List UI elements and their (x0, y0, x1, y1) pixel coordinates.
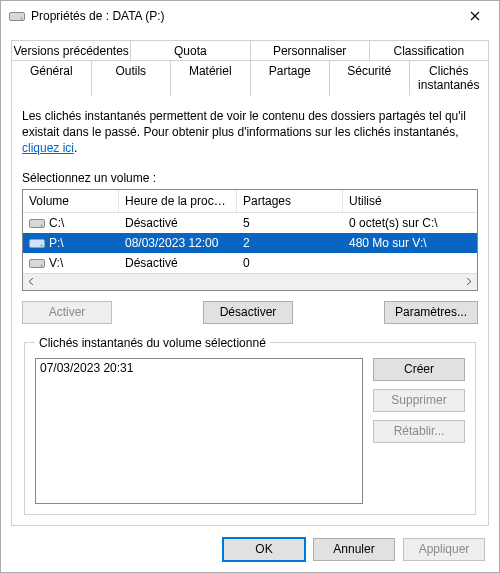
tab-g-n-ral[interactable]: Général (11, 60, 92, 96)
volume-row[interactable]: P:\08/03/2023 12:002480 Mo sur V:\ (23, 233, 477, 253)
volume-next-run: Désactivé (119, 214, 237, 232)
column-used[interactable]: Utilisé (343, 190, 477, 212)
scroll-left-arrow[interactable] (23, 273, 40, 290)
volume-next-run: 08/03/2023 12:00 (119, 234, 237, 252)
volume-name: V:\ (49, 256, 63, 270)
title-bar: Propriétés de : DATA (P:) (1, 1, 499, 31)
create-snapshot-button[interactable]: Créer (373, 358, 465, 381)
snapshots-group-title: Clichés instantanés du volume sélectionn… (35, 336, 270, 350)
close-icon (470, 11, 480, 21)
volume-shares: 5 (237, 214, 343, 232)
column-volume[interactable]: Volume (23, 190, 119, 212)
tab-classification[interactable]: Classification (369, 40, 489, 61)
intro-text: Les clichés instantanés permettent de vo… (22, 108, 478, 157)
volume-next-run: Désactivé (119, 254, 237, 272)
volume-list-header: Volume Heure de la procha... Partages Ut… (23, 190, 477, 213)
svg-rect-2 (30, 219, 45, 227)
drive-icon (29, 217, 45, 229)
delete-snapshot-button[interactable]: Supprimer (373, 389, 465, 412)
apply-button[interactable]: Appliquer (403, 538, 485, 561)
select-volume-label: Sélectionnez un volume : (22, 171, 478, 185)
svg-point-5 (41, 244, 43, 246)
drive-icon (29, 237, 45, 249)
snapshot-item[interactable]: 07/03/2023 20:31 (40, 361, 358, 375)
dialog-footer: OK Annuler Appliquer (1, 526, 499, 572)
snapshot-buttons: Créer Supprimer Rétablir... (373, 358, 465, 504)
tab-quota[interactable]: Quota (130, 40, 250, 61)
intro-pre: Les clichés instantanés permettent de vo… (22, 109, 466, 139)
volume-buttons-row: Activer Désactiver Paramètres... (22, 301, 478, 324)
tab-clich-s-instantan-s[interactable]: Clichés instantanés (409, 60, 490, 96)
volume-used (343, 261, 477, 265)
tab-strip: Versions précédentesQuotaPersonnaliserCl… (1, 31, 499, 96)
settings-button[interactable]: Paramètres... (384, 301, 478, 324)
cancel-button[interactable]: Annuler (313, 538, 395, 561)
svg-rect-6 (30, 259, 45, 267)
volume-row[interactable]: V:\Désactivé0 (23, 253, 477, 273)
scroll-right-arrow[interactable] (460, 273, 477, 290)
ok-button[interactable]: OK (223, 538, 305, 561)
volume-shares: 2 (237, 234, 343, 252)
column-next-run[interactable]: Heure de la procha... (119, 190, 237, 212)
restore-snapshot-button[interactable]: Rétablir... (373, 420, 465, 443)
tab-panel-shadow-copies: Les clichés instantanés permettent de vo… (11, 95, 489, 526)
window-title: Propriétés de : DATA (P:) (31, 9, 453, 23)
snapshot-list[interactable]: 07/03/2023 20:31 (35, 358, 363, 504)
snapshots-group: Clichés instantanés du volume sélectionn… (24, 336, 476, 515)
tab-mat-riel[interactable]: Matériel (170, 60, 251, 96)
tab-personnaliser[interactable]: Personnaliser (250, 40, 370, 61)
svg-point-7 (41, 264, 43, 266)
drive-icon (29, 257, 45, 269)
svg-point-3 (41, 224, 43, 226)
horizontal-scrollbar[interactable] (23, 273, 477, 290)
volume-used: 480 Mo sur V:\ (343, 234, 477, 252)
enable-button[interactable]: Activer (22, 301, 112, 324)
volume-list-body: C:\Désactivé50 octet(s) sur C:\P:\08/03/… (23, 213, 477, 273)
volume-name: P:\ (49, 236, 64, 250)
volume-used: 0 octet(s) sur C:\ (343, 214, 477, 232)
svg-rect-0 (10, 13, 25, 21)
volume-list: Volume Heure de la procha... Partages Ut… (22, 189, 478, 291)
disable-button[interactable]: Désactiver (203, 301, 293, 324)
tab-versions-pr-c-dentes[interactable]: Versions précédentes (11, 40, 131, 61)
tab-partage[interactable]: Partage (250, 60, 331, 96)
intro-post: . (74, 141, 77, 155)
volume-row[interactable]: C:\Désactivé50 octet(s) sur C:\ (23, 213, 477, 233)
volume-shares: 0 (237, 254, 343, 272)
drive-icon (9, 10, 25, 22)
svg-rect-4 (30, 239, 45, 247)
column-shares[interactable]: Partages (237, 190, 343, 212)
properties-dialog: Propriétés de : DATA (P:) Versions précé… (0, 0, 500, 573)
tab-s-curit-[interactable]: Sécurité (329, 60, 410, 96)
volume-name: C:\ (49, 216, 64, 230)
svg-point-1 (21, 18, 23, 20)
learn-more-link[interactable]: cliquez ici (22, 141, 74, 155)
tab-outils[interactable]: Outils (91, 60, 172, 96)
close-button[interactable] (453, 1, 497, 31)
